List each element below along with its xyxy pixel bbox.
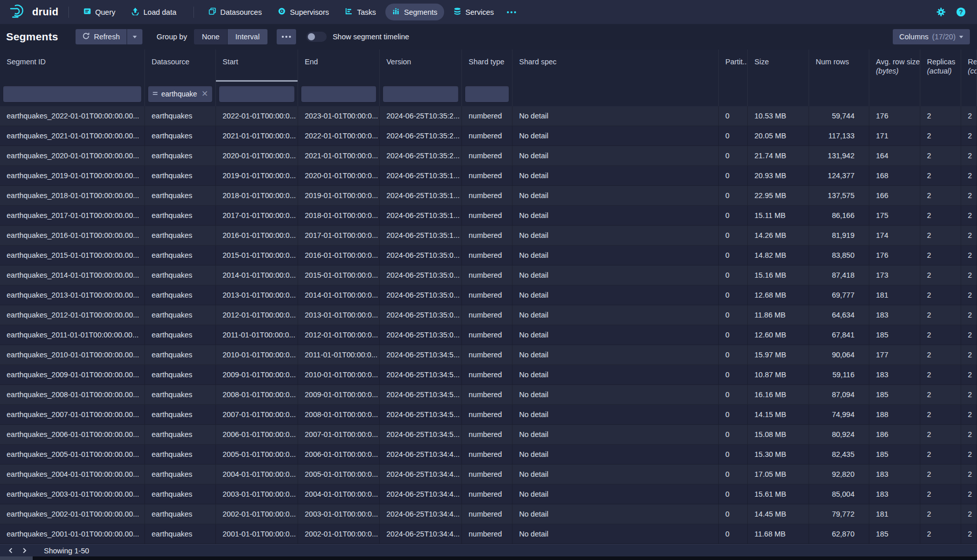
cell-end: 2011-01-01T00:00:0... xyxy=(298,345,380,364)
table-row[interactable]: earthquakes_2003-01-01T00:00:00.00... ea… xyxy=(0,484,977,504)
cell-shard-spec: No detail xyxy=(512,265,719,285)
column-header-segment-id[interactable]: Segment ID xyxy=(0,50,145,82)
horizontal-scrollbar[interactable] xyxy=(0,556,977,560)
nav-item-tasks[interactable]: Tasks xyxy=(338,4,382,20)
cell-start: 2007-01-01T00:00:0... xyxy=(216,405,298,424)
table-row[interactable]: earthquakes_2015-01-01T00:00:00.00... ea… xyxy=(0,246,977,265)
cell-shard-spec: No detail xyxy=(512,226,719,245)
cell-shard-type: numbered xyxy=(462,445,512,464)
table-row[interactable]: earthquakes_2019-01-01T00:00:00.00... ea… xyxy=(0,166,977,186)
cell-datasource: earthquakes xyxy=(145,146,216,165)
table-row[interactable]: earthquakes_2013-01-01T00:00:00.00... ea… xyxy=(0,285,977,305)
cell-datasource: earthquakes xyxy=(145,484,216,504)
segment-id-filter-input[interactable] xyxy=(3,86,141,102)
column-header-start[interactable]: Start xyxy=(216,50,298,82)
column-header-shard-spec[interactable]: Shard spec xyxy=(512,50,719,82)
help-icon[interactable]: ? xyxy=(956,7,966,17)
table-row[interactable]: earthquakes_2006-01-01T00:00:00.00... ea… xyxy=(0,425,977,445)
table-row[interactable]: earthquakes_2004-01-01T00:00:00.00... ea… xyxy=(0,465,977,484)
cell-end: 2017-01-01T00:00:0... xyxy=(298,226,380,245)
column-header-version[interactable]: Version xyxy=(380,50,462,82)
cell-num-rows: 67,841 xyxy=(809,325,869,345)
column-header-datasource[interactable]: Datasource xyxy=(145,50,216,82)
column-header-shard-type[interactable]: Shard type xyxy=(462,50,512,82)
shard-type-filter-input[interactable] xyxy=(465,86,509,102)
nav-item-datasources[interactable]: Datasources xyxy=(202,4,268,20)
table-row[interactable]: earthquakes_2010-01-01T00:00:00.00... ea… xyxy=(0,345,977,365)
cell-segment-id: earthquakes_2014-01-01T00:00:00.00... xyxy=(0,265,145,285)
previous-page-button[interactable] xyxy=(4,545,17,556)
column-header-end[interactable]: End xyxy=(298,50,380,82)
table-row[interactable]: earthquakes_2008-01-01T00:00:00.00... ea… xyxy=(0,385,977,405)
more-actions-button[interactable] xyxy=(277,29,296,44)
segment-timeline-toggle[interactable] xyxy=(306,32,327,42)
refresh-interval-dropdown[interactable] xyxy=(127,29,142,44)
table-row[interactable]: earthquakes_2011-01-01T00:00:00.00... ea… xyxy=(0,325,977,345)
column-header-partition[interactable]: Partit... xyxy=(719,50,748,82)
column-header-replication-factor[interactable]: Replication factor(configured) xyxy=(961,50,977,82)
cell-end: 2013-01-01T00:00:0... xyxy=(298,305,380,325)
nav-item-services[interactable]: Services xyxy=(447,4,501,20)
table-row[interactable]: earthquakes_2002-01-01T00:00:00.00... ea… xyxy=(0,504,977,524)
columns-button[interactable]: Columns (17/20) xyxy=(893,29,970,44)
version-filter-input[interactable] xyxy=(383,86,458,102)
end-filter-input[interactable] xyxy=(301,86,376,102)
cell-replication-factor: 2 xyxy=(961,325,977,345)
nav-item-label: Supervisors xyxy=(290,8,329,16)
column-header-num-rows[interactable]: Num rows xyxy=(809,50,869,82)
cell-avg-row-size: 185 xyxy=(869,385,920,404)
cell-start: 2014-01-01T00:00:0... xyxy=(216,265,298,285)
cell-segment-id: earthquakes_2007-01-01T00:00:00.00... xyxy=(0,405,145,424)
nav-item-segments[interactable]: Segments xyxy=(385,4,444,20)
cell-size: 17.05 MB xyxy=(748,465,809,484)
cell-datasource: earthquakes xyxy=(145,405,216,424)
cell-num-rows: 59,116 xyxy=(809,365,869,384)
table-row[interactable]: earthquakes_2005-01-01T00:00:00.00... ea… xyxy=(0,445,977,465)
cell-partition: 0 xyxy=(719,365,748,384)
table-row[interactable]: earthquakes_2017-01-01T00:00:00.00... ea… xyxy=(0,206,977,226)
column-header-avg-row-size[interactable]: Avg. row size(bytes) xyxy=(869,50,920,82)
table-row[interactable]: earthquakes_2009-01-01T00:00:00.00... ea… xyxy=(0,365,977,385)
start-filter-input[interactable] xyxy=(219,86,295,102)
cell-end: 2015-01-01T00:00:0... xyxy=(298,265,380,285)
table-row[interactable]: earthquakes_2021-01-01T00:00:00.00... ea… xyxy=(0,126,977,146)
table-row[interactable]: earthquakes_2020-01-01T00:00:00.00... ea… xyxy=(0,146,977,166)
cell-datasource: earthquakes xyxy=(145,206,216,225)
horizontal-scrollbar-thumb[interactable] xyxy=(0,556,33,560)
cell-size: 14.45 MB xyxy=(748,504,809,524)
cell-partition: 0 xyxy=(719,504,748,524)
cell-segment-id: earthquakes_2003-01-01T00:00:00.00... xyxy=(0,484,145,504)
column-header-size[interactable]: Size xyxy=(748,50,809,82)
nav-item-supervisors[interactable]: Supervisors xyxy=(271,4,336,20)
cell-shard-type: numbered xyxy=(462,285,512,305)
next-page-button[interactable] xyxy=(17,545,31,556)
cell-version: 2024-06-25T10:34:5... xyxy=(380,405,462,424)
table-row[interactable]: earthquakes_2014-01-01T00:00:00.00... ea… xyxy=(0,265,977,285)
cell-avg-row-size: 168 xyxy=(869,166,920,185)
cell-shard-spec: No detail xyxy=(512,126,719,145)
refresh-button[interactable]: Refresh xyxy=(76,29,127,44)
cell-end: 2012-01-01T00:00:0... xyxy=(298,325,380,345)
group-by-interval-button[interactable]: Interval xyxy=(228,29,267,44)
table-row[interactable]: earthquakes_2007-01-01T00:00:00.00... ea… xyxy=(0,405,977,425)
cell-end: 2006-01-01T00:00:0... xyxy=(298,445,380,464)
table-row[interactable]: earthquakes_2018-01-01T00:00:00.00... ea… xyxy=(0,186,977,206)
nav-more-button[interactable] xyxy=(503,7,520,17)
table-row[interactable]: earthquakes_2022-01-01T00:00:00.00... ea… xyxy=(0,106,977,126)
druid-logo[interactable]: druid xyxy=(7,4,61,21)
table-row[interactable]: earthquakes_2001-01-01T00:00:00.00... ea… xyxy=(0,524,977,544)
column-header-replicas[interactable]: Replicas(actual) xyxy=(920,50,961,82)
nav-item-load-data[interactable]: Load data xyxy=(125,4,183,20)
cell-shard-type: numbered xyxy=(462,345,512,364)
remove-filter-icon[interactable]: ✕ xyxy=(202,90,208,98)
datasource-filter-chip[interactable]: earthquake ✕ xyxy=(148,86,212,102)
cell-size: 12.60 MB xyxy=(748,325,809,345)
group-by-none-button[interactable]: None xyxy=(194,29,227,44)
cell-replicas: 2 xyxy=(920,504,961,524)
nav-item-query[interactable]: Query xyxy=(77,4,123,20)
settings-gear-icon[interactable] xyxy=(936,7,946,17)
table-body: earthquakes_2022-01-01T00:00:00.00... ea… xyxy=(0,106,977,544)
table-row[interactable]: earthquakes_2012-01-01T00:00:00.00... ea… xyxy=(0,305,977,325)
table-row[interactable]: earthquakes_2016-01-01T00:00:00.00... ea… xyxy=(0,226,977,246)
cell-replication-factor: 2 xyxy=(961,405,977,424)
